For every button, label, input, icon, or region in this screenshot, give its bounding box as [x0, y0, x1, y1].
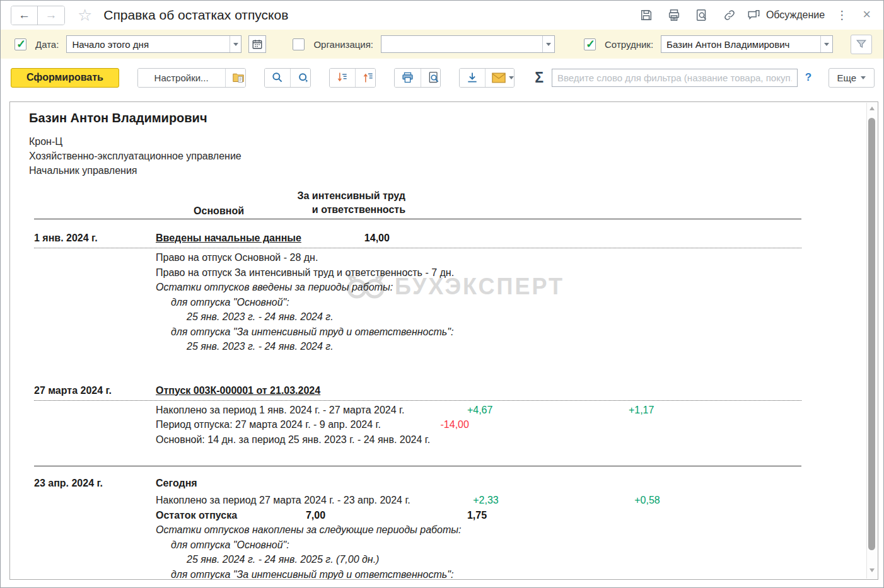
line-text: для отпуска "Основной":	[156, 538, 289, 553]
employee-dropdown-button[interactable]	[820, 36, 832, 52]
organization-field-wrap	[381, 35, 555, 53]
value-extra: +1,17	[492, 403, 656, 418]
report-position: Начальник управления	[29, 163, 878, 178]
line-text: для отпуска "За интенсивный труд и ответ…	[156, 567, 453, 580]
report-organization: Крон-Ц	[29, 134, 878, 149]
report-line: 25 янв. 2024 г. - 24 янв. 2025 г. (7,00 …	[34, 552, 801, 567]
settings-button[interactable]: Настройки...	[138, 69, 226, 87]
group-title-link[interactable]: Отпуск 003К-000001 от 21.03.2024	[156, 383, 320, 398]
grouping-group	[329, 68, 376, 88]
favorite-star-icon[interactable]: ☆	[78, 7, 92, 23]
date-input[interactable]	[67, 36, 229, 52]
more-menu-button[interactable]: ⋮	[831, 8, 852, 22]
report-line: для отпуска "Основной":	[34, 295, 801, 310]
report-line: Накоплено за период 27 марта 2024 г. - 2…	[34, 493, 801, 508]
more-actions-button[interactable]: Еще	[829, 68, 875, 88]
print-icon	[667, 8, 681, 22]
scroll-up-arrow-icon[interactable]	[869, 107, 875, 110]
save-button[interactable]	[636, 6, 657, 25]
column-headers: Основной За интенсивный труд и ответстве…	[34, 189, 801, 219]
send-email-button[interactable]	[486, 69, 514, 87]
quick-filter-input[interactable]	[552, 72, 797, 83]
chevron-down-icon	[824, 43, 829, 46]
calendar-button[interactable]	[248, 35, 266, 53]
print-button[interactable]	[663, 6, 685, 25]
group-date: 23 апр. 2024 г.	[34, 476, 156, 490]
expand-groups-icon	[336, 71, 349, 84]
scroll-down-arrow-icon[interactable]	[869, 568, 875, 572]
value-main: +4,67	[404, 403, 492, 418]
report-toolbar: Сформировать Настройки...	[1, 59, 883, 96]
organization-checkbox[interactable]	[293, 38, 305, 50]
report-line: Основной: 14 дн. за период 25 янв. 2023 …	[34, 432, 801, 447]
search-next-button[interactable]	[291, 69, 311, 87]
line-text: Период отпуска: 27 марта 2024 г. - 9 апр…	[156, 417, 381, 432]
expand-groups-button[interactable]	[330, 69, 356, 87]
line-text: Остатки отпусков введены за периоды рабо…	[156, 280, 393, 295]
value-extra: +0,58	[499, 493, 663, 508]
discussion-label: Обсуждение	[766, 9, 825, 21]
printer-icon	[401, 71, 414, 84]
employee-field-wrap	[661, 35, 833, 53]
autosum-button[interactable]: Σ	[532, 69, 546, 86]
filter-bar: Дата: Организация: Сотрудник:	[1, 30, 883, 59]
group-title: Сегодня	[156, 476, 197, 490]
get-link-button[interactable]	[719, 6, 740, 25]
close-icon: ×	[863, 6, 871, 22]
collapse-groups-icon	[362, 71, 375, 84]
report-variants-button[interactable]	[226, 69, 247, 87]
discussion-button[interactable]: Обсуждение	[747, 8, 825, 22]
close-button[interactable]: ×	[859, 6, 875, 24]
preview-button[interactable]	[691, 6, 712, 25]
forward-button[interactable]: →	[38, 6, 64, 25]
report-area: БУХЭКСПЕРТ Базин Антон Владимирович Крон…	[9, 101, 878, 580]
save-file-button[interactable]	[460, 69, 486, 87]
print-preview-icon	[427, 71, 440, 84]
print-preview-button[interactable]	[421, 69, 441, 87]
report-department: Хозяйственно-эксплуатационное управление	[29, 149, 878, 163]
search-next-icon	[297, 71, 310, 84]
quick-filter-wrap	[552, 69, 798, 87]
scrollbar-thumb[interactable]	[868, 118, 875, 550]
group-date: 1 янв. 2024 г.	[34, 231, 156, 245]
value-main: 14,00	[301, 231, 390, 245]
report-line: 25 янв. 2023 г. - 24 янв. 2024 г.	[34, 339, 801, 354]
page-title: Справка об остатках отпусков	[103, 8, 288, 23]
save-icon	[639, 8, 653, 22]
group-title-link[interactable]: Введены начальные данные	[156, 231, 301, 245]
forward-arrow-icon: →	[45, 8, 57, 22]
report-table: Основной За интенсивный труд и ответстве…	[34, 189, 801, 580]
report-line: для отпуска "За интенсивный труд и ответ…	[34, 567, 801, 580]
value-main: -14,00	[381, 417, 469, 432]
search-group	[264, 68, 311, 88]
vertical-scrollbar[interactable]	[866, 103, 877, 579]
filter-settings-button[interactable]	[851, 35, 872, 54]
employee-checkbox[interactable]	[584, 38, 596, 50]
print-report-button[interactable]	[395, 69, 421, 87]
report-content: Базин Антон Владимирович Крон-Ц Хозяйств…	[10, 102, 878, 580]
line-text: Накоплено за период 27 марта 2024 г. - 2…	[156, 493, 410, 508]
date-dropdown-button[interactable]	[230, 36, 241, 52]
search-button[interactable]	[265, 69, 291, 87]
report-group: 23 апр. 2024 г. Сегодня Накоплено за пер…	[34, 466, 801, 580]
export-group	[459, 68, 514, 88]
employee-input[interactable]	[661, 36, 820, 52]
organization-dropdown-button[interactable]	[542, 36, 554, 52]
generate-button[interactable]: Сформировать	[11, 68, 119, 88]
organization-label: Организация:	[313, 39, 373, 50]
line-text: для отпуска "За интенсивный труд и ответ…	[156, 325, 453, 340]
help-button[interactable]: ?	[803, 71, 813, 84]
line-text: 25 янв. 2023 г. - 24 янв. 2024 г.	[156, 309, 334, 325]
download-icon	[466, 71, 479, 84]
line-text: Основной: 14 дн. за период 25 янв. 2023 …	[156, 432, 430, 447]
chevron-down-icon	[509, 76, 514, 79]
date-checkbox[interactable]	[15, 38, 26, 50]
organization-input[interactable]	[381, 36, 542, 52]
back-button[interactable]: ←	[11, 6, 38, 25]
date-field-wrap	[66, 35, 241, 53]
line-text: 25 янв. 2024 г. - 24 янв. 2025 г. (7,00 …	[156, 552, 379, 567]
settings-group: Настройки...	[137, 68, 247, 88]
title-bar: ← → ☆ Справка об остатках отпусков	[1, 1, 883, 30]
app-window: ← → ☆ Справка об остатках отпусков	[0, 0, 884, 588]
collapse-groups-button[interactable]	[356, 69, 376, 87]
